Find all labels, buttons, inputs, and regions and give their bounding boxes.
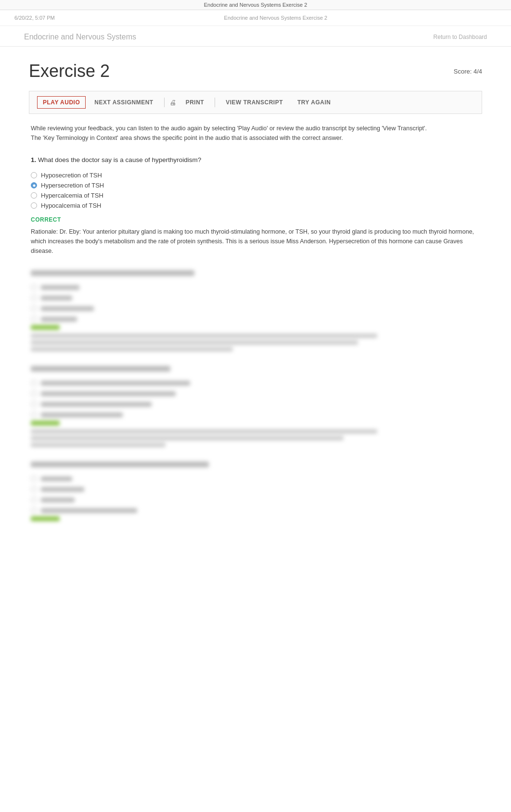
question-2-option-1-blurred <box>31 283 480 292</box>
play-audio-button[interactable]: PLAY AUDIO <box>37 96 86 109</box>
question-1-block: 1. What does the doctor say is a cause o… <box>29 156 482 256</box>
question-3-option-2-blurred <box>31 389 480 398</box>
intro-line-1: While reviewing your feedback, you can l… <box>31 124 480 133</box>
question-4-status-blurred <box>31 516 60 521</box>
option-1-1-radio[interactable] <box>31 172 37 178</box>
question-4-option-1-blurred <box>31 474 480 483</box>
browser-tab-bar: Endocrine and Nervous Systems Exercise 2 <box>0 0 511 10</box>
option-1-1-label: Hyposecretion of TSH <box>41 172 102 179</box>
exercise-header: Exercise 2 Score: 4/4 <box>29 61 482 81</box>
question-3-option-4-blurred <box>31 410 480 419</box>
question-3-rationale-1-blurred <box>31 429 377 434</box>
page-title-top: Endocrine and Nervous Systems Exercise 2 <box>224 15 328 21</box>
question-3-rationale-3-blurred <box>31 443 166 447</box>
top-bar: 6/20/22, 5:07 PM Endocrine and Nervous S… <box>0 10 511 26</box>
exercise-title: Exercise 2 <box>29 61 110 81</box>
option-1-4-label: Hypocalcemia of TSH <box>41 202 101 209</box>
question-3-rationale-2-blurred <box>31 436 344 440</box>
question-3-status-blurred <box>31 421 60 425</box>
question-1-options: Hyposecretion of TSH Hypersecretion of T… <box>31 170 480 211</box>
question-1-number: 1. <box>31 156 36 163</box>
option-1-3-label: Hypercalcemia of TSH <box>41 192 103 199</box>
question-2-text-blurred <box>31 270 480 276</box>
option-1-1[interactable]: Hyposecretion of TSH <box>31 170 480 180</box>
course-title: Endocrine and Nervous Systems <box>24 33 136 41</box>
return-to-dashboard-link[interactable]: Return to Dashboard <box>434 34 487 40</box>
toolbar-divider-2 <box>215 98 215 107</box>
print-button[interactable]: PRINT <box>180 96 210 109</box>
question-1-rationale: Rationale: Dr. Eby: Your anterior pituit… <box>31 227 480 256</box>
main-content: Exercise 2 Score: 4/4 PLAY AUDIO NEXT AS… <box>0 47 511 550</box>
option-1-2-radio[interactable] <box>31 182 37 188</box>
question-2-rationale-3-blurred <box>31 347 233 351</box>
question-2-option-4-blurred <box>31 314 480 324</box>
view-transcript-button[interactable]: VIEW TRANSCRIPT <box>220 96 289 109</box>
option-1-4-radio[interactable] <box>31 202 37 209</box>
question-2-option-2-blurred <box>31 293 480 302</box>
question-3-text-blurred <box>31 366 170 372</box>
question-2-status-blurred <box>31 325 60 330</box>
question-2-rationale-1-blurred <box>31 334 377 338</box>
option-1-3-radio[interactable] <box>31 192 37 199</box>
option-1-3[interactable]: Hypercalcemia of TSH <box>31 190 480 200</box>
datetime: 6/20/22, 5:07 PM <box>14 15 55 21</box>
question-2-rationale-2-blurred <box>31 340 358 345</box>
intro-text: While reviewing your feedback, you can l… <box>29 124 482 143</box>
toolbar: PLAY AUDIO NEXT ASSIGNMENT 🖨 PRINT VIEW … <box>29 91 482 114</box>
score-display: Score: 4/4 <box>454 68 482 75</box>
question-2-option-3-blurred <box>31 304 480 313</box>
question-4-option-3-blurred <box>31 495 480 504</box>
question-3-block-blurred <box>29 366 482 447</box>
question-4-text-blurred <box>31 462 209 467</box>
toolbar-divider-1 <box>164 98 165 107</box>
question-4-option-4-blurred <box>31 506 480 515</box>
question-1-label: What does the doctor say is a cause of h… <box>38 156 201 163</box>
question-4-option-2-blurred <box>31 485 480 494</box>
option-1-4[interactable]: Hypocalcemia of TSH <box>31 200 480 211</box>
intro-line-2: The 'Key Terminology in Context' area sh… <box>31 133 480 143</box>
page-tab-title: Endocrine and Nervous Systems Exercise 2 <box>204 2 307 8</box>
option-1-2-label: Hypersecretion of TSH <box>41 182 104 189</box>
question-1-status: CORRECT <box>31 216 480 223</box>
question-3-option-3-blurred <box>31 400 480 409</box>
try-again-button[interactable]: TRY AGAIN <box>292 96 336 109</box>
option-1-2[interactable]: Hypersecretion of TSH <box>31 180 480 190</box>
question-2-block-blurred <box>29 270 482 351</box>
print-icon: 🖨 <box>169 99 176 106</box>
page-header: Endocrine and Nervous Systems Return to … <box>0 26 511 47</box>
question-1-text: 1. What does the doctor say is a cause o… <box>31 156 480 163</box>
next-assignment-button[interactable]: NEXT ASSIGNMENT <box>89 96 159 109</box>
question-3-option-1-blurred <box>31 378 480 387</box>
question-4-block-blurred <box>29 462 482 521</box>
